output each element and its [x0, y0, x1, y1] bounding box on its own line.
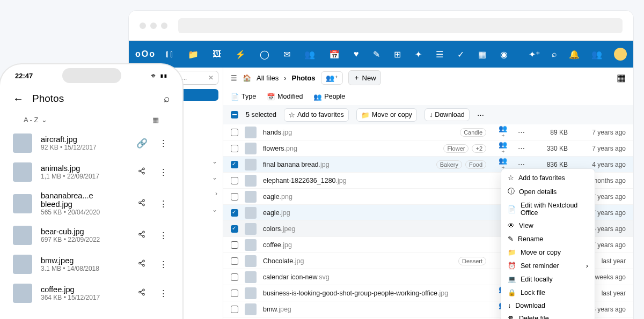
mail-icon[interactable]: ✉ [283, 49, 290, 60]
file-tag[interactable]: Flower [443, 144, 469, 153]
user-avatar[interactable] [614, 48, 627, 61]
row-checkbox[interactable] [231, 273, 238, 281]
phone-file-item[interactable]: coffee.jpg364 KB • 15/12/2017⋮ [0, 279, 182, 308]
more-icon[interactable]: ⋯ [515, 144, 527, 152]
phone-grid-icon[interactable]: ▦ [152, 116, 159, 124]
window-controls[interactable] [140, 23, 167, 29]
menu-lock-file[interactable]: 🔒 Lock file [501, 286, 595, 299]
menu-open-details[interactable]: ⓘ Open details [501, 184, 595, 199]
phone-sort[interactable]: A - Z [24, 116, 38, 124]
phone-file-item[interactable]: animals.jpg1,1 MB • 22/09/2017⋮ [0, 158, 182, 187]
file-tag[interactable]: Food [465, 160, 486, 169]
contacts-menu-icon[interactable]: 👥 [591, 49, 602, 60]
menu-add-favorites[interactable]: ☆ Add to favorites [501, 171, 595, 184]
move-copy-button[interactable]: 📁 Move or copy [356, 108, 417, 122]
file-row[interactable]: flowers.pngFlower+2👥⁺⋯330 KB7 years ago [223, 140, 633, 157]
file-name[interactable]: final banana bread.jpg [263, 161, 430, 168]
file-tag[interactable]: Candle [460, 128, 486, 137]
filter-people[interactable]: 👥 People [313, 93, 345, 101]
add-favorites-button[interactable]: ☆ Add to favorites [284, 108, 349, 122]
select-all-checkbox[interactable] [231, 111, 238, 118]
breadcrumb-current[interactable]: Photos [292, 74, 316, 82]
file-row[interactable]: hands.jpgCandle👥⁺⋯89 KB7 years ago [223, 124, 633, 140]
phone-action-icon[interactable] [135, 198, 148, 209]
filter-type[interactable]: 📄 Type [231, 93, 256, 101]
phone-more-icon[interactable]: ⋮ [157, 230, 170, 241]
menu-edit-office[interactable]: 📄 Edit with Nextcloud Office [501, 199, 595, 219]
chevron-down-icon[interactable]: ⌄ [41, 116, 47, 124]
view-grid-icon[interactable]: ▦ [617, 72, 626, 84]
phone-more-icon[interactable]: ⋮ [157, 259, 170, 270]
nextcloud-logo[interactable]: oOo [135, 49, 156, 59]
new-button[interactable]: ＋ New [348, 70, 381, 85]
file-name[interactable]: calendar icon-new.svg [263, 273, 480, 281]
file-tag[interactable]: +2 [472, 144, 486, 153]
row-checkbox[interactable] [231, 193, 238, 201]
row-checkbox[interactable] [231, 241, 238, 249]
phone-more-icon[interactable]: ⋮ [157, 138, 170, 149]
file-name[interactable]: business-is-looking-good-shot-group-peop… [263, 290, 480, 297]
search-icon[interactable]: ⌕ [552, 49, 557, 59]
row-checkbox[interactable] [231, 290, 238, 297]
share-icon[interactable]: 👥⁺ [497, 124, 509, 140]
notes-icon[interactable]: ✎ [373, 49, 380, 60]
menu-move-copy[interactable]: 📁 Move or copy [501, 246, 595, 259]
contacts-icon[interactable]: 👥 [304, 49, 315, 60]
phone-search-icon[interactable]: ⌕ [164, 93, 170, 105]
calendar-icon[interactable]: 📅 [329, 49, 340, 60]
share-icon[interactable]: 👥⁺ [497, 140, 509, 157]
menu-icon[interactable]: ☰ [231, 74, 237, 82]
address-bar[interactable] [178, 18, 623, 33]
row-checkbox[interactable] [231, 209, 238, 217]
phone-action-icon[interactable] [135, 167, 148, 177]
more-icon[interactable]: ⋯ [515, 128, 527, 136]
activity-icon[interactable]: ⚡ [235, 49, 246, 60]
share-crumb-button[interactable]: 👥⁺ [321, 71, 343, 85]
menu-download[interactable]: ↓ Download [501, 299, 595, 312]
filter-modified[interactable]: 📅 Modified [267, 93, 303, 101]
row-checkbox[interactable] [231, 225, 238, 233]
menu-delete[interactable]: 🗑 Delete file [501, 312, 595, 319]
file-name[interactable]: eagle.jpg [263, 209, 480, 217]
file-name[interactable]: eagle.png [263, 193, 480, 201]
files-icon[interactable]: 📁 [188, 49, 199, 60]
phone-more-icon[interactable]: ⋮ [157, 288, 170, 299]
menu-set-reminder[interactable]: ⏰ Set reminder› [501, 259, 595, 272]
phone-more-icon[interactable]: ⋮ [157, 167, 170, 178]
list-icon[interactable]: ☰ [436, 49, 443, 60]
row-checkbox[interactable] [231, 129, 238, 136]
row-checkbox[interactable] [231, 177, 238, 184]
phone-more-icon[interactable]: ⋮ [157, 198, 170, 210]
assist-icon[interactable]: ✦⁺ [529, 49, 540, 60]
star-icon[interactable]: ✦ [415, 49, 422, 60]
phone-file-item[interactable]: bmw.jpeg3.1 MB • 14/08/2018⋮ [0, 250, 182, 279]
phone-action-icon[interactable] [135, 288, 148, 299]
back-icon[interactable]: ← [13, 93, 24, 105]
row-checkbox[interactable] [231, 161, 238, 168]
menu-view[interactable]: 👁 View [501, 219, 595, 232]
file-name[interactable]: coffee.jpg [263, 241, 480, 249]
file-name[interactable]: colors.jpeg [263, 225, 480, 233]
clear-icon[interactable]: ✕ [208, 74, 214, 81]
maps-icon[interactable]: ◉ [500, 49, 508, 60]
download-button[interactable]: ↓ Download [425, 108, 470, 121]
photos-icon[interactable]: 🖼 [213, 49, 221, 60]
notifications-icon[interactable]: 🔔 [569, 49, 580, 60]
tasks-icon[interactable]: ✓ [457, 49, 464, 60]
file-name[interactable]: hands.jpg [263, 129, 453, 136]
breadcrumb-root[interactable]: All files [257, 74, 279, 82]
more-actions-icon[interactable]: ⋯ [477, 111, 484, 119]
row-checkbox[interactable] [231, 145, 238, 152]
deck-icon[interactable]: ⊞ [394, 49, 401, 60]
tables-icon[interactable]: ▦ [478, 49, 486, 60]
row-checkbox[interactable] [231, 306, 238, 313]
talk-icon[interactable]: ◯ [260, 49, 269, 60]
file-name[interactable]: Chocolate.jpg [263, 257, 452, 265]
more-icon[interactable]: ⋯ [515, 160, 527, 168]
file-name[interactable]: elephant-1822636_1280.jpg [263, 177, 480, 184]
phone-action-icon[interactable] [135, 230, 148, 241]
dashboard-icon[interactable]: ⫿⫿ [165, 49, 174, 60]
phone-action-icon[interactable] [135, 259, 148, 270]
phone-file-item[interactable]: bear-cub.jpg697 KB • 22/09/2022⋮ [0, 221, 182, 250]
menu-rename[interactable]: ✎ Rename [501, 232, 595, 246]
